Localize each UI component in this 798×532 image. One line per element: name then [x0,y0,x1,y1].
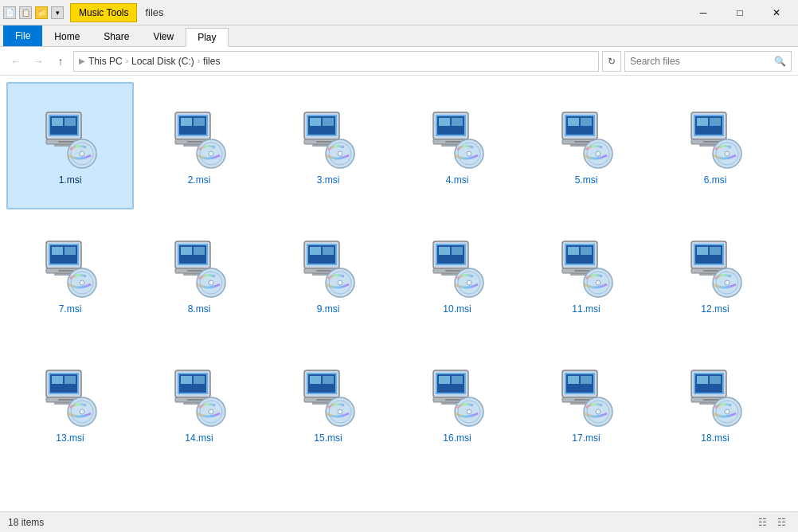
file-item[interactable]: 1.msi [6,82,134,209]
svg-rect-40 [452,118,463,126]
svg-rect-80 [58,270,74,272]
svg-rect-52 [581,118,592,126]
file-label: 11.msi [572,303,600,315]
file-icon [425,235,489,299]
svg-point-11 [80,151,84,156]
file-label: 10.msi [443,303,471,315]
file-icon [554,364,618,428]
file-grid: 1.msi [0,76,798,511]
maximize-button[interactable]: □ [722,0,758,25]
dropdown-icon[interactable]: ▾ [51,6,64,19]
file-item[interactable]: 11.msi [522,211,650,338]
svg-rect-44 [445,141,461,143]
svg-point-107 [338,280,342,285]
tab-file[interactable]: File [3,25,42,46]
file-label: 2.msi [188,174,211,186]
folder-icon: 📁 [35,6,48,19]
back-button[interactable]: ← [6,52,25,71]
file-label: 8.msi [188,303,211,315]
svg-rect-27 [310,118,321,126]
file-item[interactable]: 3.msi [264,82,392,209]
path-local-disk[interactable]: Local Disk (C:) [131,56,194,67]
search-input[interactable] [630,56,771,67]
file-item[interactable]: 17.msi [522,340,650,467]
file-item[interactable]: 13.msi [6,340,134,467]
svg-point-47 [467,151,471,156]
tab-home[interactable]: Home [42,27,92,46]
svg-point-155 [80,409,84,414]
svg-rect-136 [710,247,721,255]
svg-rect-116 [445,270,461,272]
view-large-button[interactable]: ☷ [773,514,790,531]
title-text-files: files [145,6,163,18]
title-tab-musictools[interactable]: Music Tools [70,3,137,22]
svg-rect-196 [581,376,592,384]
svg-rect-140 [703,270,719,272]
svg-point-143 [725,280,730,285]
file-label: 15.msi [314,432,342,444]
view-icons: ☷ ☷ [753,514,790,531]
svg-rect-188 [445,399,461,401]
tab-view[interactable]: View [141,27,186,46]
svg-rect-87 [181,247,192,255]
file-item[interactable]: 14.msi [135,340,263,467]
refresh-button[interactable]: ↻ [602,51,621,72]
file-label: 7.msi [59,303,82,315]
svg-rect-4 [65,118,76,126]
file-item[interactable]: 9.msi [264,211,392,338]
file-item[interactable]: 10.msi [393,211,521,338]
file-icon [425,106,489,170]
file-label: 13.msi [56,432,84,444]
svg-rect-88 [194,247,205,255]
tab-play[interactable]: Play [186,28,228,47]
file-label: 17.msi [572,432,600,444]
path-this-pc[interactable]: This PC [88,56,123,67]
ribbon-tabs: File Home Share View Play [0,25,798,46]
svg-rect-124 [581,247,592,255]
path-files[interactable]: files [203,56,220,67]
close-button[interactable]: ✕ [758,0,795,25]
svg-rect-63 [697,118,708,126]
file-label: 3.msi [317,174,340,186]
svg-rect-195 [568,376,579,384]
svg-point-83 [80,280,84,285]
view-details-button[interactable]: ☷ [753,514,771,531]
svg-rect-3 [52,118,63,126]
status-bar: 18 items ☷ ☷ [0,511,798,532]
up-button[interactable]: ↑ [51,52,70,71]
file-item[interactable]: 6.msi [651,82,779,209]
file-item[interactable]: 2.msi [135,82,263,209]
svg-rect-15 [181,118,192,126]
svg-rect-92 [187,270,203,272]
quick-access-icon2: 📋 [19,6,32,19]
svg-point-167 [209,409,213,414]
svg-rect-112 [452,247,463,255]
file-item[interactable]: 7.msi [6,211,134,338]
file-icon [167,106,231,170]
address-path[interactable]: ▶ This PC › Local Disk (C:) › files [73,51,599,72]
svg-point-59 [596,151,600,156]
file-label: 4.msi [446,174,469,186]
file-icon [425,364,489,428]
file-item[interactable]: 5.msi [522,82,650,209]
file-item[interactable]: 4.msi [393,82,521,209]
file-item[interactable]: 16.msi [393,340,521,467]
file-label: 14.msi [185,432,213,444]
search-bar[interactable]: 🔍 [624,51,792,72]
svg-rect-64 [710,118,721,126]
file-item[interactable]: 12.msi [651,211,779,338]
file-item[interactable]: 8.msi [135,211,263,338]
minimize-button[interactable]: ─ [685,0,722,25]
file-item[interactable]: 15.msi [264,340,392,467]
title-bar: 📄 📋 📁 ▾ Music Tools files ─ □ ✕ [0,0,798,25]
svg-rect-8 [58,141,74,143]
forward-button[interactable]: → [29,52,48,71]
main-content: 1.msi [0,76,798,511]
file-label: 6.msi [704,174,727,186]
tab-share[interactable]: Share [92,27,141,46]
file-icon [38,106,102,170]
file-icon [38,364,102,428]
svg-rect-128 [574,270,590,272]
file-icon [38,235,102,299]
file-item[interactable]: 18.msi [651,340,779,467]
